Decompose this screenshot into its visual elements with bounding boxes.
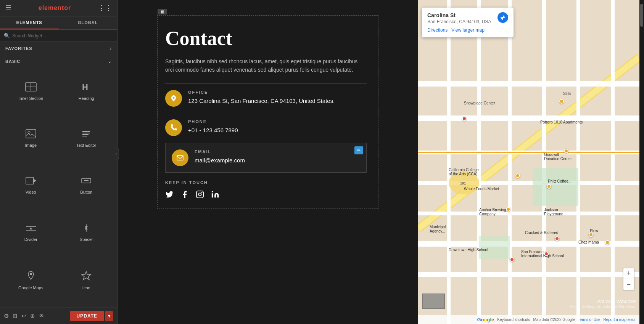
settings-icon[interactable]: ⚙ [4,313,9,319]
terms-link[interactable]: Terms of Use [578,318,601,322]
widget-icon-label: Icon [82,286,90,290]
widget-image-label: Image [25,143,37,148]
map-zoom-controls: + − [623,268,634,290]
search-input[interactable] [12,33,113,38]
widget-divider-label: Divider [24,237,37,242]
hamburger-icon[interactable]: ☰ [5,4,11,12]
phone-info: PHONE +01 - 123 456 7890 [188,119,238,135]
widget-text-editor[interactable]: Text Editor [59,115,114,162]
basic-label: BASIC [5,59,20,64]
map-pin-8 [589,233,593,237]
widgets-grid: Inner Section H Heading Image [0,68,117,308]
widget-spacer[interactable]: Spacer [59,209,114,256]
section-indicator-icon: ▦ [161,10,164,14]
responsive-icon[interactable]: ⊞ [13,313,18,319]
svg-marker-19 [85,227,88,229]
map-container[interactable]: 101 Carolina St San Francisco, CA 94103,… [418,0,639,324]
contact-phone-item: PHONE +01 - 123 456 7890 [165,113,367,142]
email-edit-button[interactable]: ✏ [354,146,363,154]
svg-point-28 [212,191,213,192]
contact-card: ▦ Contact Sagittis, faucibus nibh sed rh… [157,15,378,209]
search-icon: 🔍 [4,33,10,38]
page-preview: ▦ Contact Sagittis, faucibus nibh sed rh… [118,0,418,324]
widget-divider[interactable]: Divider [3,209,59,256]
search-bar: 🔍 [0,30,117,42]
map-label-wholefoods: Whole Foods Market [464,187,499,191]
widget-google-maps[interactable]: Google Maps [3,256,59,305]
divider-icon [26,223,36,235]
office-icon-wrap [165,90,182,107]
map-pin-2 [559,99,564,104]
widget-video-label: Video [26,190,36,194]
undo-icon[interactable]: ↩ [21,313,26,319]
report-link[interactable]: Report a map error [604,318,636,322]
svg-point-5 [28,131,30,133]
left-panel: ☰ elementor ⋮⋮ ELEMENTS GLOBAL 🔍 FAVORIT… [0,0,118,324]
twitter-icon[interactable] [165,190,174,201]
bottom-bar-icons: ⚙ ⊞ ↩ ⊕ 👁 [4,313,45,319]
email-info: EMAIL mail@example.com [195,149,245,165]
widget-image[interactable]: Image [3,115,59,162]
map-footer: Google Keyboard shortcuts Map data ©2022… [418,315,639,324]
keep-in-touch-label: KEEP IN TOUCH [165,180,367,185]
preview-icon[interactable]: 👁 [39,313,45,319]
map-pin-5 [547,184,551,189]
tab-elements[interactable]: ELEMENTS [0,16,59,29]
facebook-icon[interactable] [180,190,189,201]
inner-section-icon [25,82,37,94]
update-button[interactable]: UPDATE [70,311,104,321]
text-editor-icon [81,129,92,141]
update-plus-button[interactable]: ▾ [105,311,113,321]
contact-title: Contact [165,27,367,50]
basic-section-header[interactable]: BASIC ⌄ [0,55,117,68]
history-icon[interactable]: ⊕ [30,313,35,319]
widget-google-maps-label: Google Maps [18,286,43,290]
widget-video[interactable]: Video [3,162,59,209]
scrollbar-track [639,0,644,324]
icon-icon [81,270,92,283]
widget-heading[interactable]: H Heading [59,68,114,115]
instagram-icon[interactable] [196,190,204,201]
favorites-arrow-icon: › [110,46,112,51]
map-label-snowplace: Snowplace Center [464,101,495,105]
view-larger-button[interactable]: View larger map [451,27,484,33]
svg-rect-27 [212,193,213,197]
map-label-anchor: Anchor BrewingCompany [479,208,506,216]
directions-button[interactable]: Directions [427,27,448,33]
heading-icon: H [81,82,92,94]
widget-text-editor-label: Text Editor [76,143,96,148]
email-label: EMAIL [195,149,245,154]
zoom-out-button[interactable]: − [623,279,634,290]
map-pin-10 [510,257,514,262]
panel-collapse-handle[interactable]: ‹ [114,149,119,159]
map-pin-7 [555,236,559,241]
bottom-bar: ⚙ ⊞ ↩ ⊕ 👁 UPDATE ▾ [0,308,117,324]
map-label-municipal: MunicipalAgency... [430,225,446,233]
zoom-in-button[interactable]: + [623,268,634,279]
widget-button-label: Button [80,190,92,194]
scrollbar-thumb[interactable] [640,4,643,27]
map-panel[interactable]: 101 Carolina St San Francisco, CA 94103,… [418,0,639,324]
map-label-jackson: JacksonPlayground [544,208,564,216]
spacer-icon [81,223,92,235]
svg-rect-23 [177,156,183,160]
tab-global[interactable]: GLOBAL [59,16,118,29]
maps-icon [26,270,36,283]
map-label-potrero: Potrero 1010 Apartments [540,120,583,124]
widget-spacer-label: Spacer [80,237,93,242]
map-label-stills: Stills [563,91,571,96]
map-svg: 101 [418,0,639,324]
image-icon [26,129,36,141]
favorites-section-header[interactable]: FAVORITES › [0,42,117,55]
widget-inner-section[interactable]: Inner Section [3,68,59,115]
widget-icon[interactable]: Icon [59,256,114,305]
panel-header: ☰ elementor ⋮⋮ [0,0,117,16]
map-label-philz: Philz Coffee... [548,179,572,183]
map-label-cca: California Collegeof the Arts (CCA)... [449,168,481,176]
widget-heading-label: Heading [79,96,94,101]
map-info-actions: Directions View larger map [427,27,508,33]
linkedin-icon[interactable] [211,190,219,201]
apps-icon[interactable]: ⋮⋮ [98,4,112,12]
widget-button[interactable]: Button [59,162,114,209]
directions-icon-wrap [497,12,508,23]
